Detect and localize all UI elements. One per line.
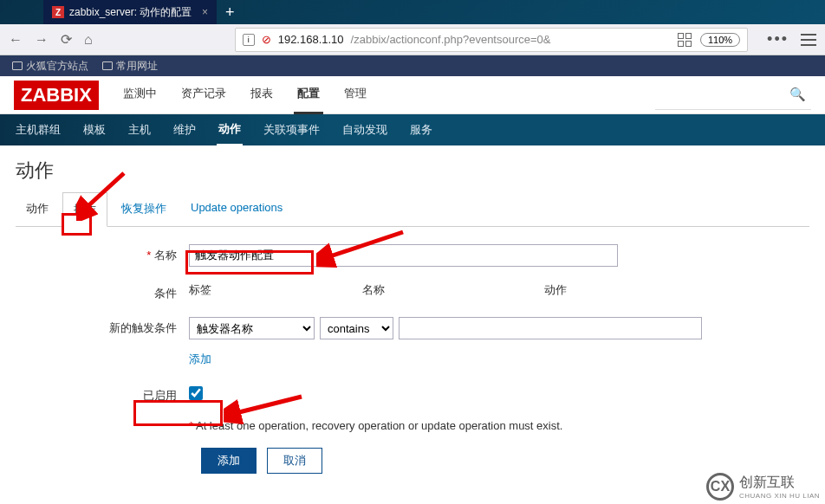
close-icon[interactable]: ×: [202, 6, 208, 18]
sub-nav: 主机群组 模板 主机 维护 动作 关联项事件 自动发现 服务: [0, 114, 825, 145]
tab-title: zabbix_server: 动作的配置: [69, 5, 192, 20]
tab-recovery[interactable]: 恢复操作: [111, 192, 177, 226]
form-area: 名称 条件 标签 名称 动作 新的触发条件 触发器名称 contains: [0, 227, 825, 491]
browser-toolbar: ← → ⟳ ⌂ i ⊘ 192.168.1.10/zabbix/actionco…: [0, 24, 825, 55]
browser-tab-active[interactable]: Z zabbix_server: 动作的配置 ×: [43, 0, 217, 24]
nav-inventory[interactable]: 资产记录: [178, 75, 230, 114]
subnav-hosts[interactable]: 主机: [127, 115, 153, 145]
zabbix-logo[interactable]: ZABBIX: [14, 81, 99, 110]
condition-value-input[interactable]: [399, 317, 702, 339]
bookmark-label: 常用网址: [116, 59, 158, 74]
button-row: 添加 取消: [201, 448, 809, 474]
nav-reports[interactable]: 报表: [247, 75, 276, 114]
folder-icon: [12, 61, 23, 70]
label-name: 名称: [16, 244, 189, 263]
subnav-services[interactable]: 服务: [408, 115, 434, 145]
subnav-templates[interactable]: 模板: [81, 115, 107, 145]
search-icon: 🔍: [789, 87, 806, 102]
name-input[interactable]: [189, 244, 618, 267]
url-host: 192.168.1.10: [278, 33, 344, 46]
add-condition-link[interactable]: 添加: [189, 352, 211, 365]
label-conditions: 条件: [16, 282, 189, 301]
url-bar[interactable]: i ⊘ 192.168.1.10/zabbix/actionconf.php?e…: [235, 28, 748, 52]
cond-header-action: 动作: [544, 282, 674, 298]
enabled-checkbox[interactable]: [189, 386, 203, 400]
tab-update-operations[interactable]: Update operations: [180, 192, 293, 226]
new-tab-button[interactable]: +: [225, 3, 235, 22]
subnav-actions[interactable]: 动作: [217, 114, 243, 146]
watermark-brand: 创新互联: [739, 474, 820, 492]
subnav-maintenance[interactable]: 维护: [172, 115, 198, 145]
subnav-discovery[interactable]: 自动发现: [341, 115, 389, 145]
shield-info-icon[interactable]: i: [243, 34, 255, 46]
cancel-button[interactable]: 取消: [267, 448, 322, 474]
condition-operator-select[interactable]: contains: [320, 317, 393, 339]
condition-type-select[interactable]: 触发器名称: [189, 317, 315, 339]
back-button[interactable]: ←: [9, 32, 23, 48]
tab-action[interactable]: 动作: [16, 192, 59, 226]
security-slash-icon: ⊘: [262, 33, 271, 46]
zoom-level[interactable]: 110%: [700, 33, 740, 47]
watermark-sub: CHUANG XIN HU LIAN: [739, 492, 820, 500]
page-title: 动作: [0, 145, 825, 192]
url-path: /zabbix/actionconf.php?eventsource=0&: [351, 33, 551, 46]
hamburger-menu-icon[interactable]: [801, 34, 816, 46]
page-actions-icon[interactable]: •••: [767, 30, 789, 48]
cond-header-tag: 标签: [189, 282, 362, 298]
global-search[interactable]: 🔍: [655, 81, 811, 110]
folder-icon: [102, 61, 113, 70]
app-header: ZABBIX 监测中 资产记录 报表 配置 管理 🔍: [0, 76, 825, 114]
main-nav: 监测中 资产记录 报表 配置 管理: [120, 75, 370, 114]
reload-button[interactable]: ⟳: [61, 31, 72, 48]
forward-button[interactable]: →: [35, 32, 49, 48]
subnav-correlation[interactable]: 关联项事件: [262, 115, 322, 145]
condition-headers: 标签 名称 动作: [189, 282, 796, 298]
watermark-logo-icon: CX: [706, 473, 734, 501]
bookmark-item[interactable]: 常用网址: [102, 59, 158, 74]
tab-favicon: Z: [52, 6, 64, 18]
subnav-hostgroups[interactable]: 主机群组: [14, 115, 62, 145]
home-button[interactable]: ⌂: [84, 32, 93, 48]
form-tabs: 动作 操作 恢复操作 Update operations: [16, 192, 809, 227]
browser-tab-strip: Z zabbix_server: 动作的配置 × +: [0, 0, 825, 24]
qr-icon[interactable]: [678, 33, 692, 47]
bookmark-label: 火狐官方站点: [26, 59, 88, 74]
cond-header-name: 名称: [362, 282, 544, 298]
label-enabled: 已启用: [16, 384, 189, 404]
bookmarks-bar: 火狐官方站点 常用网址: [0, 55, 825, 76]
nav-administration[interactable]: 管理: [341, 75, 370, 114]
nav-monitoring[interactable]: 监测中: [120, 75, 160, 114]
warning-text: At least one operation, recovery operati…: [189, 419, 562, 432]
nav-configuration[interactable]: 配置: [294, 75, 323, 114]
watermark: CX 创新互联 CHUANG XIN HU LIAN: [706, 473, 820, 501]
add-button[interactable]: 添加: [201, 448, 257, 474]
bookmark-item[interactable]: 火狐官方站点: [12, 59, 88, 74]
tab-operations[interactable]: 操作: [62, 192, 107, 227]
label-new-condition: 新的触发条件: [16, 317, 189, 336]
